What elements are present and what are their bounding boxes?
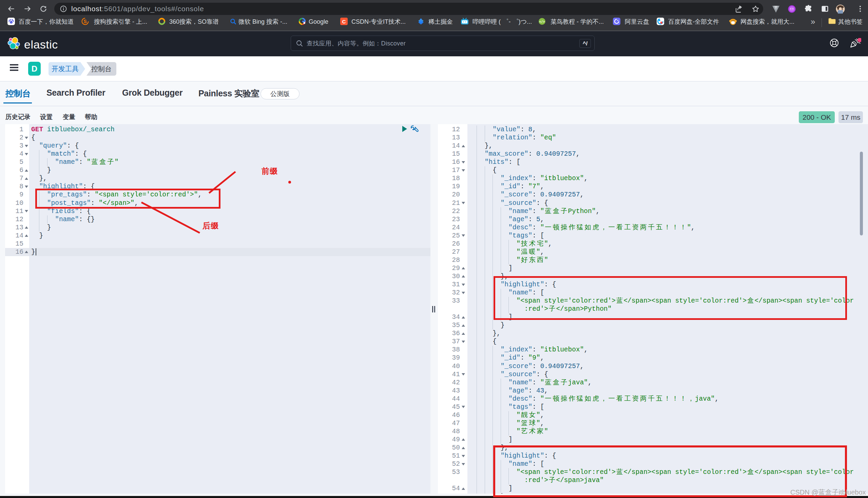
svg-text:</>: </>: [539, 21, 545, 24]
svg-text:du: du: [10, 22, 12, 24]
svg-text:C: C: [342, 19, 346, 24]
svg-text:控制台: 控制台: [91, 65, 111, 73]
svg-text:S: S: [83, 19, 87, 24]
svg-text:开发工具: 开发工具: [52, 65, 79, 73]
